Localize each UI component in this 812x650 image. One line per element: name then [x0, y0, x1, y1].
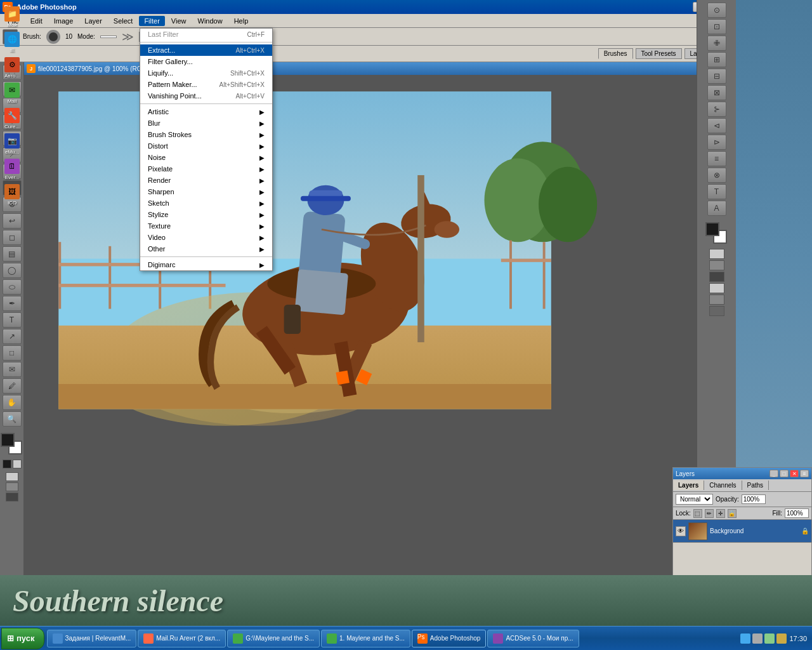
taskbar-item-6[interactable]: ACDSee 5.0 - Мои пр... [487, 630, 579, 647]
taskbar-item-2[interactable]: Mail.Ru Агент (2 вкл... [138, 630, 226, 647]
menu-help[interactable]: Help [229, 16, 254, 26]
right-tool-10[interactable]: ≡ [707, 151, 726, 166]
lock-all[interactable]: 🔒 [728, 509, 737, 518]
layer-visibility[interactable]: 👁 [676, 526, 686, 536]
liquify-label: Liquify... [148, 69, 173, 77]
mode-select[interactable] [100, 36, 117, 38]
taskbar-item-3[interactable]: G:\\Maylene and the S... [227, 630, 320, 647]
filter-video[interactable]: Video ▶ [140, 232, 272, 243]
desktop-icon-3[interactable]: ⚙ Авто... [2, 57, 22, 80]
taskbar-item-1[interactable]: Задания | RelevantM... [47, 630, 137, 647]
clock: 17:30 [789, 635, 807, 642]
right-tool-6[interactable]: ⊠ [707, 85, 726, 100]
tray-icon-4[interactable] [776, 633, 787, 644]
display-mode-5[interactable] [709, 295, 724, 305]
filter-artistic[interactable]: Artistic ▶ [140, 106, 272, 117]
filter-gallery[interactable]: Filter Gallery... [140, 56, 272, 67]
display-mode-1[interactable] [709, 249, 724, 259]
layer-background[interactable]: 👁 Background 🔒 [673, 520, 811, 543]
desktop-icon-1[interactable]: 📁 Мои [2, 6, 22, 29]
filter-digimarc[interactable]: Digimarc ▶ [140, 259, 272, 270]
tray-icon-2[interactable] [752, 633, 763, 644]
filter-sharpen[interactable]: Sharpen ▶ [140, 186, 272, 197]
desktop-icons: 📁 Мои 🌐 IE ⚙ Авто... ✉ Mail 🔧 Cure... 📷 … [0, 0, 24, 626]
lock-image[interactable]: ✏ [705, 509, 714, 518]
tray-icon-3[interactable] [764, 633, 775, 644]
filter-stylize[interactable]: Stylize ▶ [140, 209, 272, 220]
right-tool-13[interactable]: A [707, 201, 726, 216]
right-tool-8[interactable]: ⊲ [707, 118, 726, 133]
right-tool-11[interactable]: ⊗ [707, 168, 726, 183]
brushes-tab[interactable]: Brushes [598, 48, 633, 59]
menu-filter[interactable]: Filter [139, 16, 164, 26]
right-tool-12[interactable]: T [707, 184, 726, 199]
right-tool-7[interactable]: ⊱ [707, 102, 726, 117]
menu-select[interactable]: Select [108, 16, 138, 26]
filter-extract[interactable]: Extract... Alt+Ctrl+X [140, 44, 272, 56]
taskbar-icon-6 [493, 633, 503, 644]
right-tool-1[interactable]: ⊙ [707, 3, 726, 18]
layers-maximize[interactable]: □ [780, 470, 789, 477]
menu-edit[interactable]: Edit [25, 16, 48, 26]
right-tool-4[interactable]: ⊞ [707, 52, 726, 67]
layers-minimize[interactable]: _ [769, 470, 778, 477]
filter-render[interactable]: Render ▶ [140, 175, 272, 186]
layers-close[interactable]: ✕ [790, 470, 799, 477]
layers-tab-channels[interactable]: Channels [704, 481, 742, 490]
desktop-icon-4[interactable]: ✉ Mail [2, 83, 22, 105]
filter-other[interactable]: Other ▶ [140, 243, 272, 255]
filter-brush-strokes[interactable]: Brush Strokes ▶ [140, 129, 272, 140]
right-tool-3[interactable]: ✙ [707, 36, 726, 51]
desktop-icon-7[interactable]: 🗓 Ever... [2, 159, 22, 182]
fg-color[interactable] [705, 222, 719, 236]
right-tool-2[interactable]: ⊡ [707, 19, 726, 34]
filter-texture[interactable]: Texture ▶ [140, 220, 272, 232]
desktop-icon-8[interactable]: 🖼 ICO [2, 184, 22, 207]
blend-mode-select[interactable]: Normal [676, 494, 713, 505]
display-mode-4[interactable] [709, 283, 724, 293]
taskbar-item-5[interactable]: Ps Adobe Photoshop [412, 630, 487, 647]
pixelate-label: Pixelate [148, 165, 173, 173]
lock-position[interactable]: ✛ [716, 509, 725, 518]
fill-input[interactable] [785, 508, 809, 518]
lock-transparent[interactable]: ⬚ [693, 509, 702, 518]
foreground-color[interactable] [1, 433, 15, 447]
filter-pixelate[interactable]: Pixelate ▶ [140, 163, 272, 175]
stylize-label: Stylize [148, 211, 168, 218]
tray-icon-1[interactable] [740, 633, 750, 644]
taskbar: ⊞ пуск Задания | RelevantM... Mail.Ru Аг… [0, 626, 812, 650]
layers-tab-layers[interactable]: Layers [673, 481, 704, 490]
display-mode-2[interactable] [709, 260, 724, 270]
right-tool-5[interactable]: ⊟ [707, 69, 726, 84]
display-mode-6[interactable] [709, 306, 724, 316]
start-button[interactable]: ⊞ пуск [1, 628, 44, 649]
filter-blur[interactable]: Blur ▶ [140, 117, 272, 129]
filter-vanishing-point[interactable]: Vanishing Point... Alt+Ctrl+V [140, 90, 272, 102]
sketch-arrow: ▶ [259, 200, 265, 207]
filter-noise[interactable]: Noise ▶ [140, 152, 272, 163]
gallery-label: Filter Gallery... [148, 58, 193, 65]
menu-view[interactable]: View [166, 16, 192, 26]
menu-image[interactable]: Image [49, 16, 79, 26]
desktop-icon-2[interactable]: 🌐 IE [2, 32, 22, 55]
display-mode-3[interactable] [709, 272, 724, 282]
desktop-icon-6[interactable]: 📷 eMu... [2, 133, 22, 156]
layers-options[interactable]: ≡ [800, 470, 809, 477]
svg-rect-19 [58, 384, 551, 409]
filter-pattern-maker[interactable]: Pattern Maker... Alt+Shift+Ctrl+X [140, 79, 272, 90]
opacity-input[interactable] [742, 494, 766, 504]
filter-sketch[interactable]: Sketch ▶ [140, 197, 272, 209]
right-tool-9[interactable]: ⊳ [707, 135, 726, 150]
tool-presets-tab[interactable]: Tool Presets [636, 48, 682, 59]
doc-title: file0001243877905.jpg @ 100% (RGB/8) [38, 65, 154, 72]
filter-liquify[interactable]: Liquify... Shift+Ctrl+X [140, 67, 272, 79]
filter-distort[interactable]: Distort ▶ [140, 140, 272, 152]
menu-layer[interactable]: Layer [79, 16, 107, 26]
layers-tab-paths[interactable]: Paths [742, 481, 769, 490]
document-window: J file0001243877905.jpg @ 100% (RGB/8) _… [24, 62, 736, 593]
app-title: Adobe Photoshop [16, 3, 77, 11]
taskbar-item-4[interactable]: 1. Maylene and the S... [321, 630, 410, 647]
menu-window[interactable]: Window [193, 16, 228, 26]
brush-preview[interactable] [46, 30, 60, 44]
desktop-icon-5[interactable]: 🔧 Cure... [2, 108, 22, 131]
